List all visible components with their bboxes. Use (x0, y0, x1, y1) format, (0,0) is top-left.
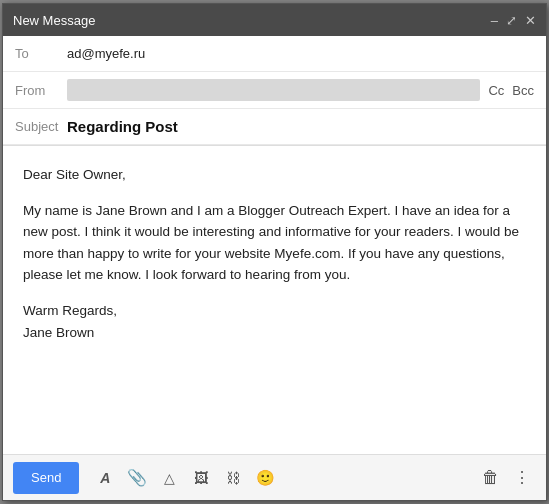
window-title: New Message (13, 13, 95, 28)
bcc-link[interactable]: Bcc (512, 83, 534, 98)
photo-icon: 🖼 (194, 470, 208, 486)
subject-row: Subject Regarding Post (3, 109, 546, 145)
compose-window: New Message – ⤢ ✕ To ad@myefe.ru From Cc… (2, 3, 547, 501)
photo-button[interactable]: 🖼 (187, 464, 215, 492)
to-value[interactable]: ad@myefe.ru (67, 46, 534, 61)
from-input[interactable] (67, 79, 480, 101)
from-label: From (15, 83, 67, 98)
to-row: To ad@myefe.ru (3, 36, 546, 72)
closing-signature: Warm Regards, Jane Brown (23, 300, 526, 343)
format-icon: A (100, 470, 110, 486)
more-icon: ⋮ (514, 468, 530, 487)
to-label: To (15, 46, 67, 61)
window-controls: – ⤢ ✕ (491, 14, 536, 27)
greeting: Dear Site Owner, (23, 164, 526, 186)
closing-text: Warm Regards, (23, 303, 117, 318)
cc-bcc-links: Cc Bcc (488, 83, 534, 98)
body-text: Dear Site Owner, My name is Jane Brown a… (23, 164, 526, 343)
subject-label: Subject (15, 119, 67, 134)
attach-file-button[interactable]: 📎 (123, 464, 151, 492)
maximize-button[interactable]: ⤢ (506, 14, 517, 27)
subject-value[interactable]: Regarding Post (67, 118, 534, 135)
format-text-button[interactable]: A (91, 464, 119, 492)
close-button[interactable]: ✕ (525, 14, 536, 27)
body-paragraph: My name is Jane Brown and I am a Blogger… (23, 200, 526, 286)
email-header: To ad@myefe.ru From Cc Bcc Subject Regar… (3, 36, 546, 146)
drive-button[interactable]: △ (155, 464, 183, 492)
cc-link[interactable]: Cc (488, 83, 504, 98)
trash-icon: 🗑 (482, 468, 499, 488)
drive-icon: △ (164, 470, 175, 486)
from-row: From Cc Bcc (3, 72, 546, 109)
compose-toolbar: Send A 📎 △ 🖼 ⛓ 🙂 🗑 ⋮ (3, 454, 546, 500)
send-button[interactable]: Send (13, 462, 79, 494)
email-body[interactable]: Dear Site Owner, My name is Jane Brown a… (3, 146, 546, 454)
signature-name: Jane Brown (23, 325, 94, 340)
title-bar: New Message – ⤢ ✕ (3, 4, 546, 36)
more-options-button[interactable]: ⋮ (508, 464, 536, 492)
emoji-button[interactable]: 🙂 (251, 464, 279, 492)
emoji-icon: 🙂 (256, 469, 275, 487)
delete-button[interactable]: 🗑 (476, 464, 504, 492)
link-icon: ⛓ (226, 470, 240, 486)
minimize-button[interactable]: – (491, 14, 498, 27)
link-button[interactable]: ⛓ (219, 464, 247, 492)
attach-icon: 📎 (127, 468, 147, 487)
